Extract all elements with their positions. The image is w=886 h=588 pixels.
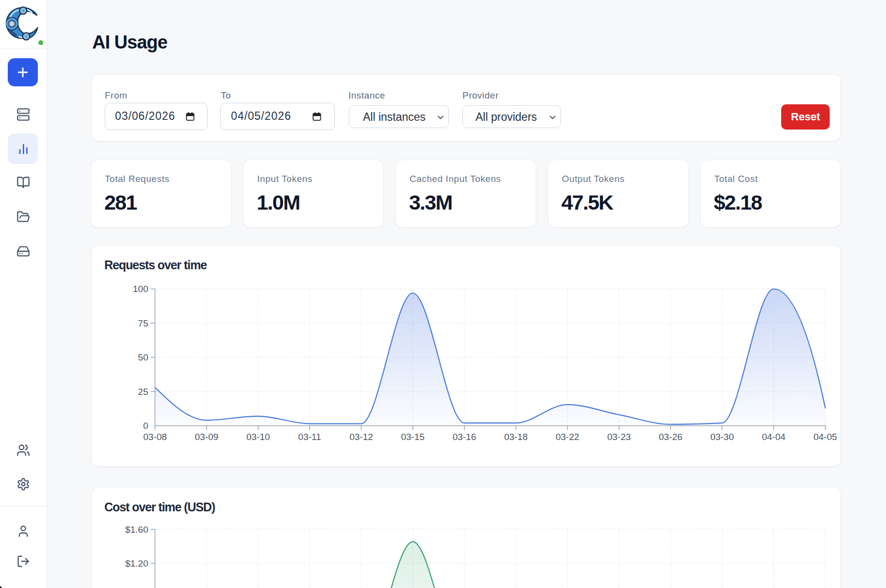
svg-text:03-09: 03-09 (195, 432, 218, 442)
svg-text:0: 0 (143, 421, 148, 431)
svg-text:$1.20: $1.20 (125, 558, 148, 569)
svg-text:03-12: 03-12 (349, 432, 373, 442)
svg-text:03-18: 03-18 (504, 432, 528, 442)
svg-text:03-16: 03-16 (453, 432, 476, 442)
svg-text:03-22: 03-22 (556, 432, 579, 442)
svg-text:75: 75 (138, 318, 148, 328)
svg-text:03-30: 03-30 (710, 432, 734, 442)
svg-text:03-15: 03-15 (401, 432, 425, 442)
svg-text:03-08: 03-08 (143, 432, 167, 442)
svg-text:04-04: 04-04 (762, 432, 786, 442)
svg-text:03-10: 03-10 (246, 432, 270, 442)
svg-text:100: 100 (133, 284, 148, 294)
svg-text:03-11: 03-11 (298, 432, 321, 442)
svg-text:50: 50 (138, 352, 148, 362)
svg-text:$1.60: $1.60 (125, 524, 148, 535)
svg-text:03-26: 03-26 (659, 432, 683, 442)
svg-text:25: 25 (138, 387, 148, 397)
svg-text:04-05: 04-05 (813, 432, 837, 442)
svg-text:03-23: 03-23 (607, 432, 631, 442)
